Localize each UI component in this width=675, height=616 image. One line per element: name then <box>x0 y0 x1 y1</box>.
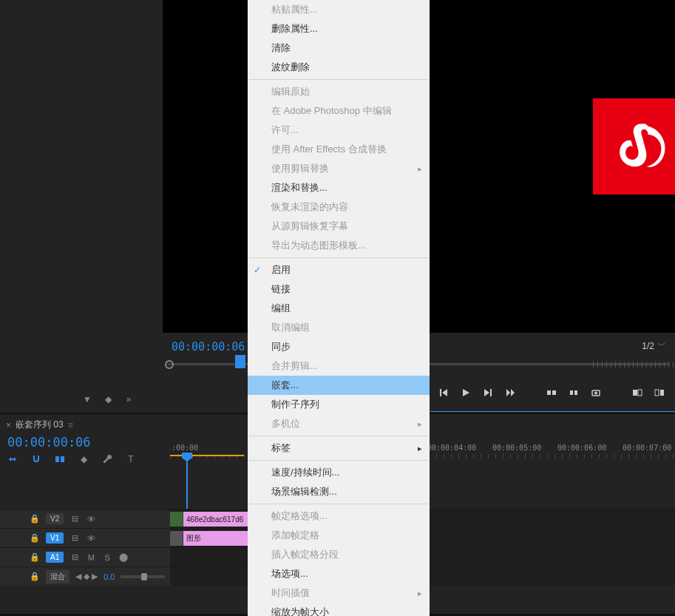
mix-value[interactable]: 0.0 <box>104 572 115 581</box>
ruler-label-3: 00:00:06:00 <box>557 444 606 452</box>
music-note-icon <box>611 117 671 176</box>
menu-item-27[interactable]: 速度/持续时间... <box>248 463 430 482</box>
step-back-button[interactable] <box>436 385 451 400</box>
mute-button[interactable]: M <box>86 553 96 562</box>
insert-tool-icon[interactable] <box>6 453 19 466</box>
track-a1-label[interactable]: A1 <box>46 552 64 563</box>
export-frame-button[interactable] <box>588 385 603 400</box>
netease-music-logo <box>593 98 675 194</box>
filter-icon[interactable]: ▼ <box>81 393 93 405</box>
svg-rect-0 <box>547 390 551 395</box>
menu-item-15[interactable]: 启用 <box>248 260 430 280</box>
svg-rect-9 <box>660 390 664 396</box>
sync-lock-icon[interactable]: ⊟ <box>69 514 80 524</box>
track-mix-header[interactable]: 🔒 混合 ◀ ◆ ▶ 0.0 <box>0 567 170 586</box>
svg-rect-11 <box>61 456 64 462</box>
chevron-right-icon[interactable]: » <box>123 393 135 405</box>
ruler-label-4: 00:00:07:00 <box>623 444 671 452</box>
timeline-timecode[interactable]: 00:00:00:06 <box>7 435 91 450</box>
track-v1-label[interactable]: V1 <box>46 532 64 544</box>
wrench-tool-icon[interactable] <box>101 453 114 466</box>
menu-item-3[interactable]: 波纹删除 <box>248 58 430 77</box>
menu-item-17[interactable]: 编组 <box>248 299 430 318</box>
linked-selection-icon[interactable] <box>53 453 67 466</box>
close-tab-icon[interactable]: × <box>6 420 11 430</box>
menu-separator <box>249 257 428 258</box>
program-timecode[interactable]: 00:00:00:06 <box>172 340 245 353</box>
track-v2-label[interactable]: V2 <box>46 513 64 524</box>
clip-fx-badge[interactable] <box>170 531 183 546</box>
svg-rect-6 <box>633 390 637 396</box>
lock-icon[interactable]: 🔒 <box>30 533 40 543</box>
track-v2-header[interactable]: 🔒 V2 ⊟ 👁 <box>0 510 170 528</box>
tab-menu-icon[interactable]: ≡ <box>68 420 74 430</box>
lock-icon[interactable]: 🔒 <box>30 552 40 562</box>
work-area-bar[interactable] <box>170 455 244 456</box>
go-to-out-button[interactable] <box>503 385 518 400</box>
menu-separator <box>249 460 428 461</box>
transport-controls <box>430 381 675 405</box>
svg-rect-7 <box>638 390 642 396</box>
text-tool-icon[interactable]: T <box>124 453 138 466</box>
menu-item-2[interactable]: 清除 <box>248 38 430 58</box>
zoom-level-dropdown[interactable]: 1/2 ﹀ <box>642 339 666 352</box>
mix-slider[interactable] <box>121 575 165 578</box>
menu-item-22[interactable]: 制作子序列 <box>248 395 430 414</box>
keyframe-nav-icon[interactable]: ◀ ◆ ▶ <box>75 572 98 581</box>
svg-rect-3 <box>574 390 577 395</box>
sync-lock-icon[interactable]: ⊟ <box>69 533 80 543</box>
settings-button[interactable] <box>652 385 667 400</box>
scrub-start-handle[interactable] <box>165 360 174 369</box>
marker-icon[interactable]: ◆ <box>102 393 114 405</box>
snap-tool-icon[interactable] <box>30 453 43 466</box>
menu-separator <box>249 436 428 436</box>
menu-item-6: 在 Adobe Photoshop 中编辑 <box>248 101 430 121</box>
menu-item-21[interactable]: 嵌套... <box>248 376 430 395</box>
svg-rect-1 <box>552 390 556 395</box>
play-button[interactable] <box>458 385 473 400</box>
menu-item-11: 恢复未渲染的内容 <box>248 197 430 217</box>
sequence-name: 嵌套序列 03 <box>16 419 64 431</box>
menu-item-0: 粘贴属性... <box>248 0 430 19</box>
zoom-value: 1/2 <box>642 341 654 351</box>
track-mix-label: 混合 <box>46 570 69 583</box>
track-v1-header[interactable]: 🔒 V1 ⊟ 👁 <box>0 529 170 547</box>
left-empty-area <box>0 0 163 333</box>
menu-item-35[interactable]: 缩放为帧大小 <box>248 603 430 616</box>
lift-button[interactable] <box>544 385 559 400</box>
record-icon[interactable]: ⬤ <box>118 552 129 562</box>
comparison-view-button[interactable] <box>630 385 645 400</box>
svg-rect-2 <box>570 390 573 395</box>
menu-item-25[interactable]: 标签 <box>248 439 430 458</box>
eye-icon[interactable]: 👁 <box>86 534 96 543</box>
menu-item-16[interactable]: 链接 <box>248 280 430 299</box>
menu-item-31: 添加帧定格 <box>248 526 430 545</box>
scrub-ruler-ticks <box>593 362 675 368</box>
lock-icon[interactable]: 🔒 <box>30 572 40 581</box>
menu-item-10[interactable]: 渲染和替换... <box>248 178 430 197</box>
menu-item-30: 帧定格选项... <box>248 507 430 526</box>
clip-v2[interactable]: 468e2dbac617d6 <box>183 512 250 527</box>
eye-icon[interactable]: 👁 <box>86 515 96 524</box>
scrub-playhead-marker[interactable] <box>235 355 245 368</box>
clip-v1[interactable]: 图形 <box>183 531 250 546</box>
clip-fx-badge[interactable] <box>170 512 183 527</box>
menu-item-13: 导出为动态图形模板... <box>248 236 430 255</box>
menu-item-33[interactable]: 场选项... <box>248 564 430 583</box>
svg-rect-8 <box>655 390 659 396</box>
sequence-tab[interactable]: × 嵌套序列 03 ≡ <box>6 419 74 431</box>
lock-icon[interactable]: 🔒 <box>30 514 40 524</box>
menu-item-19[interactable]: 同步 <box>248 337 430 356</box>
extract-button[interactable] <box>566 385 581 400</box>
sync-lock-icon[interactable]: ⊟ <box>69 552 80 562</box>
marker-tool-icon[interactable]: ◆ <box>77 453 90 466</box>
menu-item-12: 从源剪辑恢复字幕 <box>248 217 430 236</box>
menu-item-32: 插入帧定格分段 <box>248 545 430 564</box>
track-a1-header[interactable]: 🔒 A1 ⊟ M S ⬤ <box>0 548 170 566</box>
menu-item-1[interactable]: 删除属性... <box>248 19 430 38</box>
ruler-label-2: 00:00:05:00 <box>492 444 541 452</box>
solo-button[interactable]: S <box>102 553 112 562</box>
menu-item-28[interactable]: 场景编辑检测... <box>248 482 430 501</box>
step-forward-button[interactable] <box>481 385 495 400</box>
clip-context-menu[interactable]: 粘贴属性...删除属性...清除波纹删除编辑原始在 Adobe Photosho… <box>248 0 430 616</box>
